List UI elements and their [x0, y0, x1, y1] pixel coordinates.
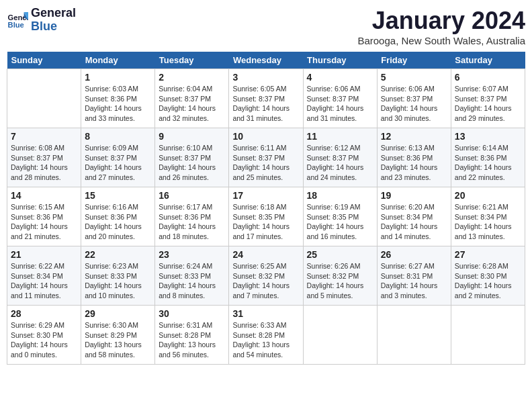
- page-header: General Blue General Blue January 2024 B…: [7, 7, 525, 46]
- day-number: 28: [11, 308, 77, 319]
- day-info: Sunrise: 6:26 AM Sunset: 8:32 PM Dayligh…: [307, 261, 373, 301]
- day-number: 4: [307, 72, 373, 83]
- weekday-header-tuesday: Tuesday: [155, 52, 229, 69]
- day-info: Sunrise: 6:09 AM Sunset: 8:37 PM Dayligh…: [85, 143, 151, 183]
- weekday-header-monday: Monday: [81, 52, 155, 69]
- day-cell: 26Sunrise: 6:27 AM Sunset: 8:31 PM Dayli…: [377, 246, 451, 306]
- weekday-header-wednesday: Wednesday: [229, 52, 303, 69]
- day-info: Sunrise: 6:29 AM Sunset: 8:30 PM Dayligh…: [11, 320, 77, 360]
- day-number: 22: [85, 249, 151, 260]
- location: Barooga, New South Wales, Australia: [357, 35, 525, 46]
- day-info: Sunrise: 6:20 AM Sunset: 8:34 PM Dayligh…: [381, 202, 447, 242]
- day-number: 13: [455, 131, 521, 142]
- day-number: 6: [455, 72, 521, 83]
- day-number: 27: [455, 249, 521, 260]
- day-number: 25: [307, 249, 373, 260]
- day-info: Sunrise: 6:06 AM Sunset: 8:37 PM Dayligh…: [307, 84, 373, 124]
- day-cell: 11Sunrise: 6:12 AM Sunset: 8:37 PM Dayli…: [303, 128, 377, 187]
- day-number: 18: [307, 190, 373, 201]
- day-info: Sunrise: 6:18 AM Sunset: 8:35 PM Dayligh…: [232, 202, 299, 242]
- day-cell: 30Sunrise: 6:31 AM Sunset: 8:28 PM Dayli…: [155, 306, 229, 365]
- day-number: 24: [232, 249, 299, 260]
- day-info: Sunrise: 6:22 AM Sunset: 8:34 PM Dayligh…: [11, 261, 77, 301]
- day-number: 11: [307, 131, 373, 142]
- weekday-header-row: SundayMondayTuesdayWednesdayThursdayFrid…: [7, 52, 525, 69]
- day-cell: [303, 306, 377, 365]
- day-cell: 16Sunrise: 6:17 AM Sunset: 8:36 PM Dayli…: [155, 187, 229, 246]
- week-row-3: 14Sunrise: 6:15 AM Sunset: 8:36 PM Dayli…: [7, 187, 525, 246]
- week-row-4: 21Sunrise: 6:22 AM Sunset: 8:34 PM Dayli…: [7, 246, 525, 306]
- day-info: Sunrise: 6:30 AM Sunset: 8:29 PM Dayligh…: [85, 320, 151, 360]
- day-cell: 31Sunrise: 6:33 AM Sunset: 8:28 PM Dayli…: [229, 306, 303, 365]
- logo-blue: Blue: [31, 20, 76, 34]
- day-number: 29: [85, 308, 151, 319]
- day-number: 12: [381, 131, 447, 142]
- day-info: Sunrise: 6:33 AM Sunset: 8:28 PM Dayligh…: [232, 320, 299, 360]
- day-cell: 1Sunrise: 6:03 AM Sunset: 8:36 PM Daylig…: [81, 69, 155, 128]
- day-number: 8: [85, 131, 151, 142]
- day-cell: 7Sunrise: 6:08 AM Sunset: 8:37 PM Daylig…: [7, 128, 81, 187]
- day-info: Sunrise: 6:16 AM Sunset: 8:36 PM Dayligh…: [85, 202, 151, 242]
- calendar-table: SundayMondayTuesdayWednesdayThursdayFrid…: [7, 52, 525, 365]
- weekday-header-saturday: Saturday: [451, 52, 525, 69]
- day-cell: 12Sunrise: 6:13 AM Sunset: 8:36 PM Dayli…: [377, 128, 451, 187]
- day-info: Sunrise: 6:11 AM Sunset: 8:37 PM Dayligh…: [232, 143, 299, 183]
- day-info: Sunrise: 6:03 AM Sunset: 8:36 PM Dayligh…: [85, 84, 151, 124]
- day-number: 17: [232, 190, 299, 201]
- day-info: Sunrise: 6:13 AM Sunset: 8:36 PM Dayligh…: [381, 143, 447, 183]
- day-number: 2: [159, 72, 225, 83]
- day-info: Sunrise: 6:19 AM Sunset: 8:35 PM Dayligh…: [307, 202, 373, 242]
- day-cell: 18Sunrise: 6:19 AM Sunset: 8:35 PM Dayli…: [303, 187, 377, 246]
- day-cell: 9Sunrise: 6:10 AM Sunset: 8:37 PM Daylig…: [155, 128, 229, 187]
- day-number: 14: [11, 190, 77, 201]
- day-number: 23: [159, 249, 225, 260]
- day-info: Sunrise: 6:04 AM Sunset: 8:37 PM Dayligh…: [159, 84, 225, 124]
- day-number: 15: [85, 190, 151, 201]
- weekday-header-sunday: Sunday: [7, 52, 81, 69]
- day-cell: 4Sunrise: 6:06 AM Sunset: 8:37 PM Daylig…: [303, 69, 377, 128]
- day-cell: [7, 69, 81, 128]
- weekday-header-friday: Friday: [377, 52, 451, 69]
- day-cell: 10Sunrise: 6:11 AM Sunset: 8:37 PM Dayli…: [229, 128, 303, 187]
- day-info: Sunrise: 6:06 AM Sunset: 8:37 PM Dayligh…: [381, 84, 447, 124]
- logo: General Blue General Blue: [7, 7, 76, 34]
- day-cell: 13Sunrise: 6:14 AM Sunset: 8:36 PM Dayli…: [451, 128, 525, 187]
- day-number: 31: [232, 308, 299, 319]
- day-cell: 8Sunrise: 6:09 AM Sunset: 8:37 PM Daylig…: [81, 128, 155, 187]
- week-row-2: 7Sunrise: 6:08 AM Sunset: 8:37 PM Daylig…: [7, 128, 525, 187]
- day-info: Sunrise: 6:14 AM Sunset: 8:36 PM Dayligh…: [455, 143, 521, 183]
- day-number: 19: [381, 190, 447, 201]
- day-info: Sunrise: 6:21 AM Sunset: 8:34 PM Dayligh…: [455, 202, 521, 242]
- day-cell: 28Sunrise: 6:29 AM Sunset: 8:30 PM Dayli…: [7, 306, 81, 365]
- day-cell: 17Sunrise: 6:18 AM Sunset: 8:35 PM Dayli…: [229, 187, 303, 246]
- day-cell: 19Sunrise: 6:20 AM Sunset: 8:34 PM Dayli…: [377, 187, 451, 246]
- day-cell: 24Sunrise: 6:25 AM Sunset: 8:32 PM Dayli…: [229, 246, 303, 306]
- week-row-1: 1Sunrise: 6:03 AM Sunset: 8:36 PM Daylig…: [7, 69, 525, 128]
- week-row-5: 28Sunrise: 6:29 AM Sunset: 8:30 PM Dayli…: [7, 306, 525, 365]
- month-title: January 2024: [357, 7, 525, 35]
- day-number: 5: [381, 72, 447, 83]
- day-cell: 23Sunrise: 6:24 AM Sunset: 8:33 PM Dayli…: [155, 246, 229, 306]
- day-number: 20: [455, 190, 521, 201]
- logo-general: General: [31, 7, 76, 20]
- day-number: 16: [159, 190, 225, 201]
- day-number: 9: [159, 131, 225, 142]
- day-info: Sunrise: 6:25 AM Sunset: 8:32 PM Dayligh…: [232, 261, 299, 301]
- day-cell: 21Sunrise: 6:22 AM Sunset: 8:34 PM Dayli…: [7, 246, 81, 306]
- day-cell: 15Sunrise: 6:16 AM Sunset: 8:36 PM Dayli…: [81, 187, 155, 246]
- day-info: Sunrise: 6:07 AM Sunset: 8:37 PM Dayligh…: [455, 84, 521, 124]
- day-cell: 14Sunrise: 6:15 AM Sunset: 8:36 PM Dayli…: [7, 187, 81, 246]
- day-number: 30: [159, 308, 225, 319]
- day-info: Sunrise: 6:08 AM Sunset: 8:37 PM Dayligh…: [11, 143, 77, 183]
- svg-text:Blue: Blue: [8, 21, 24, 29]
- day-info: Sunrise: 6:10 AM Sunset: 8:37 PM Dayligh…: [159, 143, 225, 183]
- day-cell: 3Sunrise: 6:05 AM Sunset: 8:37 PM Daylig…: [229, 69, 303, 128]
- day-info: Sunrise: 6:05 AM Sunset: 8:37 PM Dayligh…: [232, 84, 299, 124]
- day-cell: 22Sunrise: 6:23 AM Sunset: 8:33 PM Dayli…: [81, 246, 155, 306]
- day-cell: 25Sunrise: 6:26 AM Sunset: 8:32 PM Dayli…: [303, 246, 377, 306]
- day-info: Sunrise: 6:31 AM Sunset: 8:28 PM Dayligh…: [159, 320, 225, 360]
- day-number: 21: [11, 249, 77, 260]
- day-info: Sunrise: 6:15 AM Sunset: 8:36 PM Dayligh…: [11, 202, 77, 242]
- day-number: 1: [85, 72, 151, 83]
- day-cell: 27Sunrise: 6:28 AM Sunset: 8:30 PM Dayli…: [451, 246, 525, 306]
